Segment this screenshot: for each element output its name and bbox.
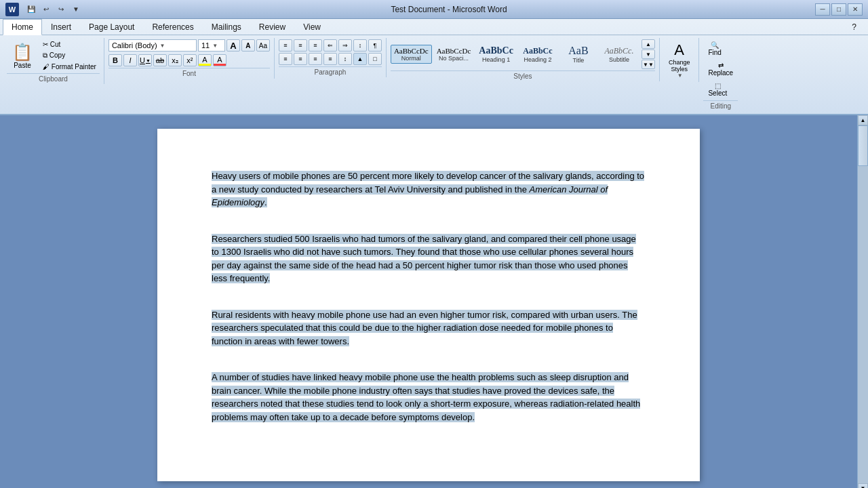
close-button[interactable]: ✕ — [848, 3, 863, 16]
redo-button[interactable]: ↪ — [54, 3, 68, 16]
grow-font-button[interactable]: A — [226, 39, 240, 52]
style-nospace-preview: AaBbCcDc — [437, 47, 471, 55]
paste-button[interactable]: 📋 Paste — [7, 39, 38, 72]
change-styles-arrow: ▼ — [677, 73, 683, 79]
tab-help[interactable]: ? — [843, 19, 865, 35]
paragraph-4: A number of studies have linked heavy mo… — [212, 371, 646, 424]
align-center-button[interactable]: ≡ — [294, 53, 307, 65]
borders-button[interactable]: □ — [368, 53, 382, 65]
clipboard-group-label: Clipboard — [7, 73, 100, 83]
find-button[interactable]: 🔍 Find — [703, 39, 726, 58]
document-area[interactable]: Heavy users of mobile phones are 50 perc… — [0, 115, 857, 488]
selected-text-4: A number of studies have linked heavy mo… — [212, 372, 640, 422]
cut-button[interactable]: ✂ Cut — [39, 39, 100, 49]
selected-text-3: Rural residents with heavy mobile phone … — [212, 310, 637, 346]
font-group-label: Font — [108, 68, 270, 77]
show-hide-button[interactable]: ¶ — [368, 39, 382, 52]
replace-icon: ⇄ — [718, 62, 724, 69]
styles-more-button[interactable]: ▼▼ — [642, 60, 655, 69]
bullets-button[interactable]: ≡ — [279, 39, 292, 52]
scroll-up-button[interactable]: ▲ — [858, 115, 868, 125]
title-bar: W 💾 ↩ ↪ ▼ Test Document - Microsoft Word… — [0, 0, 868, 19]
window-controls: ─ □ ✕ — [815, 3, 863, 16]
font-family-dropdown[interactable]: Calibri (Body) ▼ — [108, 39, 197, 52]
paragraph-3: Rural residents with heavy mobile phone … — [212, 308, 646, 348]
styles-down-button[interactable]: ▼ — [642, 49, 655, 59]
shading-button[interactable]: ▲ — [353, 53, 367, 65]
font-family-arrow: ▼ — [160, 43, 165, 49]
style-h1-preview: AaBbCc — [479, 45, 513, 56]
style-no-spacing[interactable]: AaBbCcDc No Spaci... — [433, 45, 475, 64]
window-title: Test Document - Microsoft Word — [391, 5, 507, 14]
change-case-button[interactable]: Aa — [256, 39, 270, 52]
style-heading2[interactable]: AaBbCc Heading 2 — [518, 44, 557, 65]
font-size-dropdown[interactable]: 11 ▼ — [198, 39, 225, 52]
styles-group-label: Styles — [391, 70, 655, 80]
style-h2-preview: AaBbCc — [523, 46, 552, 56]
tab-references[interactable]: References — [143, 19, 202, 35]
quick-access-more-button[interactable]: ▼ — [69, 3, 83, 16]
decrease-indent-button[interactable]: ⇐ — [323, 39, 337, 52]
tab-home[interactable]: Home — [3, 19, 42, 35]
undo-button[interactable]: ↩ — [39, 3, 53, 16]
style-subtitle-preview: AaBbCc. — [604, 46, 633, 56]
style-normal[interactable]: AaBbCcDc Normal — [391, 45, 432, 64]
format-painter-button[interactable]: 🖌 Format Painter — [39, 62, 100, 72]
paragraph-group: ≡ ≡ ≡ ⇐ ⇒ ↕ ¶ ≡ ≡ ≡ ≡ ↕ ▲ □ Pa — [275, 38, 387, 77]
align-right-button[interactable]: ≡ — [309, 53, 322, 65]
minimize-button[interactable]: ─ — [815, 3, 830, 16]
style-normal-preview: AaBbCcDc — [394, 47, 429, 55]
quick-access-toolbar: 💾 ↩ ↪ ▼ — [24, 3, 83, 16]
strikethrough-button[interactable]: ab — [153, 54, 167, 66]
change-styles-button[interactable]: A ChangeStyles ▼ — [664, 39, 695, 81]
tab-view[interactable]: View — [294, 19, 330, 35]
tab-review[interactable]: Review — [250, 19, 294, 35]
line-spacing-button[interactable]: ↕ — [338, 53, 352, 65]
copy-button[interactable]: ⧉ Copy — [39, 50, 100, 61]
scroll-thumb[interactable] — [858, 125, 868, 166]
italic-button[interactable]: I — [123, 54, 137, 66]
ribbon-tabs: Home Insert Page Layout References Maili… — [0, 19, 868, 35]
numbering-button[interactable]: ≡ — [294, 39, 307, 52]
tab-page-layout[interactable]: Page Layout — [80, 19, 143, 35]
styles-inner: AaBbCcDc Normal AaBbCcDc No Spaci... AaB… — [391, 39, 655, 80]
sort-button[interactable]: ↕ — [353, 39, 367, 52]
justify-button[interactable]: ≡ — [323, 53, 337, 65]
scroll-track[interactable] — [858, 125, 868, 483]
replace-button[interactable]: ⇄ Replace — [703, 60, 738, 79]
style-title[interactable]: AaB Title — [559, 43, 598, 66]
editing-group-label: Editing — [703, 100, 738, 110]
tab-insert[interactable]: Insert — [42, 19, 80, 35]
shrink-font-button[interactable]: A — [241, 39, 255, 52]
increase-indent-button[interactable]: ⇒ — [338, 39, 352, 52]
subscript-button[interactable]: x₂ — [168, 54, 182, 66]
bold-button[interactable]: B — [108, 54, 122, 66]
change-styles-icon: A — [674, 41, 684, 59]
align-left-button[interactable]: ≡ — [279, 53, 292, 65]
word-icon: W — [5, 3, 19, 16]
multilevel-button[interactable]: ≡ — [309, 39, 322, 52]
superscript-button[interactable]: x² — [183, 54, 197, 66]
styles-up-button[interactable]: ▲ — [642, 39, 655, 49]
font-row1: Calibri (Body) ▼ 11 ▼ A A Aa — [108, 39, 270, 52]
find-icon: 🔍 — [711, 41, 719, 49]
style-title-preview: AaB — [568, 45, 588, 57]
selected-text-2: Researchers studied 500 Israelis who had… — [212, 234, 636, 284]
highlight-button[interactable]: A — [198, 54, 212, 66]
underline-button[interactable]: U▼ — [138, 54, 152, 66]
maximize-button[interactable]: □ — [831, 3, 846, 16]
font-color-button[interactable]: A — [213, 54, 226, 66]
paste-icon: 📋 — [12, 43, 33, 62]
clipboard-group-inner: 📋 Paste ✂ Cut ⧉ Copy 🖌 Format Painter — [7, 39, 100, 72]
save-button[interactable]: 💾 — [24, 3, 38, 16]
font-row2: B I U▼ ab x₂ x² A A — [108, 54, 226, 66]
style-heading1[interactable]: AaBbCc Heading 1 — [475, 43, 517, 65]
tab-mailings[interactable]: Mailings — [203, 19, 250, 35]
scroll-down-button[interactable]: ▼ — [858, 483, 868, 488]
highlight-color-bar — [199, 64, 211, 66]
style-subtitle[interactable]: AaBbCc. Subtitle — [599, 44, 639, 65]
select-button[interactable]: ⬚ Select — [703, 80, 732, 99]
right-scrollbar: ▲ ▼ — [857, 115, 868, 488]
paragraph-group-label: Paragraph — [279, 66, 382, 76]
font-size-arrow: ▼ — [212, 43, 218, 49]
